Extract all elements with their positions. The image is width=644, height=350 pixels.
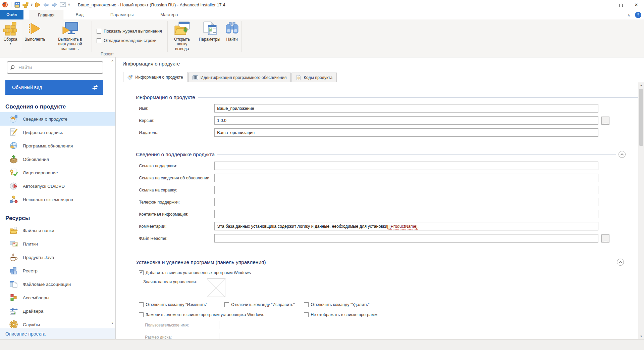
sidebar-item-product-details[interactable]: Сведения о продукте [0,112,115,126]
build-dropdown-caret-icon[interactable]: ▾ [31,3,33,7]
product-details-icon [9,115,18,123]
run-qat-icon[interactable] [35,2,41,8]
contact-info-input[interactable] [214,210,598,218]
readme-browse-button[interactable]: ... [601,234,609,243]
update-info-link-label: Ссылка на сведения об обновлении: [136,176,214,180]
checkbox-box [304,312,309,317]
support-link-input[interactable] [214,162,598,170]
section-title-add-remove-programs: Установка и удаление программ (панель уп… [136,259,266,265]
hide-from-list-checkbox[interactable]: Не отображать в списке программ [304,312,377,317]
sidebar-item-licensing[interactable]: Лицензирование [0,166,115,179]
project-description-label: Описание проекта [5,331,46,337]
sidebar-item-updates[interactable]: Обновления [0,152,115,166]
scroll-thumb[interactable] [639,89,643,146]
options-button[interactable]: Параметры [197,19,223,57]
publisher-input[interactable] [214,128,598,137]
arp-section-collapse-button[interactable] [617,259,624,266]
checkbox-box [97,29,101,34]
scroll-up-icon[interactable]: ▲ [638,82,644,88]
application-window: ▾ ▾ Ваше_приложение - Новый проект (Russ… [0,0,644,350]
forward-icon[interactable] [51,2,57,7]
view-mode-button[interactable]: Обычный вид [5,80,103,95]
comments-label: Комментарии: [136,224,214,229]
sidebar-section-title-product: Сведения о продукте [5,103,115,110]
drivers-icon [9,307,18,315]
close-button[interactable]: ✕ [629,0,644,9]
sidebar-item-autorun[interactable]: Автозапуск CD/DVD [0,179,115,193]
run-button[interactable]: Выполнить [21,19,49,57]
build-qat-icon[interactable] [22,2,29,8]
version-field-label: Версия: [136,118,214,123]
tab-wizards[interactable]: Мастера [152,10,186,19]
build-caret-icon: ▾ [10,42,11,45]
save-icon[interactable] [14,2,20,8]
product-information-form: Информация о продукте Имя: Версия: ... И… [116,82,644,339]
tab-software-identification[interactable]: Идентификация программного обеспечения [188,73,291,82]
sidebar-item-registry[interactable]: Реестр [0,264,115,277]
back-icon[interactable] [43,2,49,7]
qat-separator [73,2,73,7]
restore-button[interactable] [613,0,629,9]
tab-product-information[interactable]: Информация о продукте [123,72,187,82]
collapse-ribbon-icon[interactable]: ∧ [627,13,630,17]
sidebar-item-java[interactable]: Продукты Java [0,251,115,264]
disable-remove-checkbox[interactable]: Отключить команду "Удалить" [304,302,369,307]
tab-file[interactable]: Файл [0,10,23,19]
show-build-log-checkbox[interactable]: Показать журнал выполнения [97,29,162,34]
update-info-link-input[interactable] [214,174,598,182]
sidebar-item-updater[interactable]: Программа обновления [0,139,115,152]
sidebar-search[interactable] [7,61,103,74]
section-title-support: Сведения о поддержке продукта [136,151,215,158]
sidebar-item-assemblies[interactable]: Ассемблеры [0,291,115,304]
sidebar-scroll-up-icon[interactable]: ∧ [111,59,114,62]
version-input[interactable] [214,116,598,125]
build-button[interactable]: Сборка ▾ [0,19,21,57]
disable-modify-checkbox[interactable]: Отключить команду "Изменить" [139,302,224,307]
sidebar-item-file-associations[interactable]: Файловые ассоциации [0,277,115,291]
run-vm-button[interactable]: Выполнить в виртуальной машине ▾ [49,19,92,57]
version-browse-button[interactable]: ... [601,117,609,125]
sidebar-item-services[interactable]: Службы [0,318,115,328]
support-phone-input[interactable] [214,198,598,206]
sidebar-scroll-down-icon[interactable]: ∨ [111,321,114,324]
find-button[interactable]: Найти [223,19,241,57]
replace-entry-checkbox[interactable]: Заменить элемент в списке программ устан… [139,312,304,317]
comments-input[interactable]: Эта база данных установщика содержит лог… [214,222,598,230]
sidebar-item-drivers[interactable]: Драйвера [0,304,115,318]
sidebar-item-label: Плитки [23,242,38,247]
control-panel-icon-placeholder[interactable] [207,278,225,297]
search-input[interactable] [18,65,100,70]
tab-view[interactable]: Вид [67,10,92,19]
help-link-input[interactable] [214,186,598,194]
java-cup-icon [9,253,18,262]
project-description-link[interactable]: Описание проекта [0,328,115,339]
name-input[interactable] [214,104,598,113]
email-icon[interactable] [60,2,66,7]
scroll-down-icon[interactable]: ▼ [638,334,644,339]
open-output-folder-button[interactable]: Открыть папку вывода [168,19,197,57]
tab-product-codes[interactable]: Коды продукта [291,73,337,82]
sidebar-item-tiles[interactable]: Плитки [0,237,115,251]
help-icon[interactable]: ? [635,12,641,18]
cmdline-debug-checkbox[interactable]: Отладки командной строки [97,38,162,43]
readme-input[interactable] [214,234,598,243]
readme-label: Файл Readme: [136,236,214,241]
add-to-programs-checkbox[interactable]: Добавить в список установленных программ… [139,270,644,275]
run-button-label: Выполнить [24,37,45,42]
minimize-button[interactable] [598,0,613,9]
help-link-label: Ссылка на справку: [136,188,214,192]
sidebar-item-digital-signature[interactable]: Цифровая подпись [0,126,115,139]
sidebar-scrollbar[interactable]: ∧ ∨ [110,57,115,326]
support-phone-label: Телефон поддержки: [136,200,214,205]
sidebar-item-files-folders[interactable]: Файлы и папки [0,224,115,237]
tab-options[interactable]: Параметры [102,10,142,19]
window-title: Ваше_приложение - Новый проект (Russian … [78,2,225,7]
disable-repair-checkbox[interactable]: Отключить команду "Исправить" [224,302,304,307]
sidebar-item-label: Сведения о продукте [23,117,67,122]
qat-customize-caret-icon[interactable]: ▾ [68,3,70,7]
support-section-collapse-button[interactable] [619,151,626,158]
tab-home[interactable]: Главная [29,10,63,19]
sidebar-item-multiple-instances[interactable]: Несколько экземпляров [0,193,115,206]
document-tabs: Информация о продукте Идентификация прог… [116,70,644,82]
content-scrollbar[interactable]: ▲ ▼ [638,82,644,339]
